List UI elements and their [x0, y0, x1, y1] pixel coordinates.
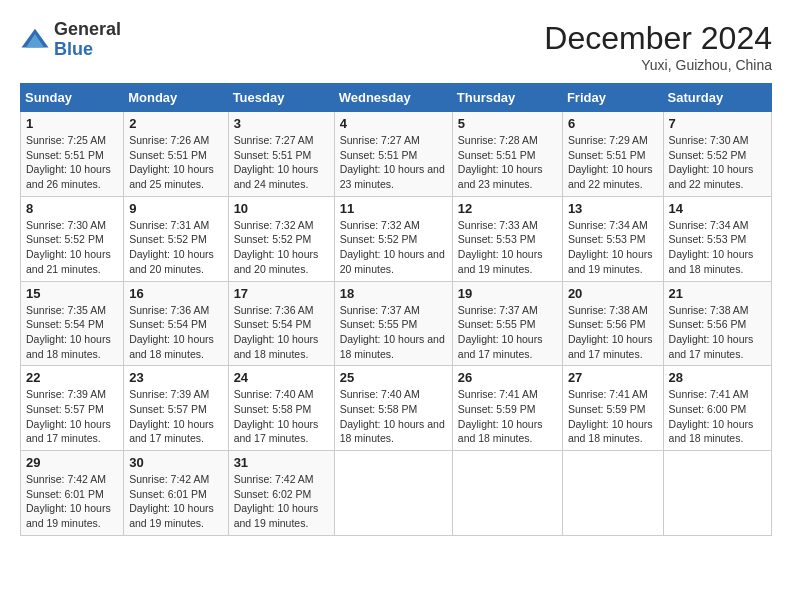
table-row: 15 Sunrise: 7:35 AM Sunset: 5:54 PM Dayl…: [21, 281, 124, 366]
day-number: 13: [568, 201, 658, 216]
day-number: 3: [234, 116, 329, 131]
table-row: 23 Sunrise: 7:39 AM Sunset: 5:57 PM Dayl…: [124, 366, 228, 451]
day-number: 1: [26, 116, 118, 131]
table-row: 30 Sunrise: 7:42 AM Sunset: 6:01 PM Dayl…: [124, 451, 228, 536]
day-number: 26: [458, 370, 557, 385]
day-info: Sunrise: 7:37 AM Sunset: 5:55 PM Dayligh…: [458, 303, 557, 362]
calendar-table: Sunday Monday Tuesday Wednesday Thursday…: [20, 83, 772, 536]
table-row: 6 Sunrise: 7:29 AM Sunset: 5:51 PM Dayli…: [562, 112, 663, 197]
col-friday: Friday: [562, 84, 663, 112]
title-block: December 2024 Yuxi, Guizhou, China: [544, 20, 772, 73]
calendar-week-row: 22 Sunrise: 7:39 AM Sunset: 5:57 PM Dayl…: [21, 366, 772, 451]
day-info: Sunrise: 7:31 AM Sunset: 5:52 PM Dayligh…: [129, 218, 222, 277]
day-number: 20: [568, 286, 658, 301]
col-thursday: Thursday: [452, 84, 562, 112]
day-info: Sunrise: 7:40 AM Sunset: 5:58 PM Dayligh…: [340, 387, 447, 446]
table-row: 20 Sunrise: 7:38 AM Sunset: 5:56 PM Dayl…: [562, 281, 663, 366]
table-row: 29 Sunrise: 7:42 AM Sunset: 6:01 PM Dayl…: [21, 451, 124, 536]
day-info: Sunrise: 7:27 AM Sunset: 5:51 PM Dayligh…: [234, 133, 329, 192]
day-info: Sunrise: 7:38 AM Sunset: 5:56 PM Dayligh…: [568, 303, 658, 362]
day-number: 23: [129, 370, 222, 385]
table-row: 26 Sunrise: 7:41 AM Sunset: 5:59 PM Dayl…: [452, 366, 562, 451]
day-info: Sunrise: 7:42 AM Sunset: 6:01 PM Dayligh…: [26, 472, 118, 531]
day-number: 22: [26, 370, 118, 385]
table-row: 8 Sunrise: 7:30 AM Sunset: 5:52 PM Dayli…: [21, 196, 124, 281]
day-info: Sunrise: 7:41 AM Sunset: 5:59 PM Dayligh…: [458, 387, 557, 446]
day-number: 25: [340, 370, 447, 385]
day-info: Sunrise: 7:36 AM Sunset: 5:54 PM Dayligh…: [234, 303, 329, 362]
table-row: 7 Sunrise: 7:30 AM Sunset: 5:52 PM Dayli…: [663, 112, 771, 197]
day-info: Sunrise: 7:27 AM Sunset: 5:51 PM Dayligh…: [340, 133, 447, 192]
day-number: 18: [340, 286, 447, 301]
table-row: 1 Sunrise: 7:25 AM Sunset: 5:51 PM Dayli…: [21, 112, 124, 197]
day-info: Sunrise: 7:41 AM Sunset: 5:59 PM Dayligh…: [568, 387, 658, 446]
table-row: 22 Sunrise: 7:39 AM Sunset: 5:57 PM Dayl…: [21, 366, 124, 451]
day-number: 31: [234, 455, 329, 470]
table-row: 19 Sunrise: 7:37 AM Sunset: 5:55 PM Dayl…: [452, 281, 562, 366]
table-row: 16 Sunrise: 7:36 AM Sunset: 5:54 PM Dayl…: [124, 281, 228, 366]
table-row: 21 Sunrise: 7:38 AM Sunset: 5:56 PM Dayl…: [663, 281, 771, 366]
day-info: Sunrise: 7:34 AM Sunset: 5:53 PM Dayligh…: [568, 218, 658, 277]
table-row: [562, 451, 663, 536]
table-row: [452, 451, 562, 536]
day-info: Sunrise: 7:40 AM Sunset: 5:58 PM Dayligh…: [234, 387, 329, 446]
day-info: Sunrise: 7:38 AM Sunset: 5:56 PM Dayligh…: [669, 303, 766, 362]
day-info: Sunrise: 7:42 AM Sunset: 6:01 PM Dayligh…: [129, 472, 222, 531]
table-row: 28 Sunrise: 7:41 AM Sunset: 6:00 PM Dayl…: [663, 366, 771, 451]
day-info: Sunrise: 7:32 AM Sunset: 5:52 PM Dayligh…: [234, 218, 329, 277]
table-row: 18 Sunrise: 7:37 AM Sunset: 5:55 PM Dayl…: [334, 281, 452, 366]
day-number: 6: [568, 116, 658, 131]
table-row: 14 Sunrise: 7:34 AM Sunset: 5:53 PM Dayl…: [663, 196, 771, 281]
location: Yuxi, Guizhou, China: [544, 57, 772, 73]
table-row: 12 Sunrise: 7:33 AM Sunset: 5:53 PM Dayl…: [452, 196, 562, 281]
day-number: 30: [129, 455, 222, 470]
table-row: 11 Sunrise: 7:32 AM Sunset: 5:52 PM Dayl…: [334, 196, 452, 281]
logo-text: General Blue: [54, 20, 121, 60]
day-number: 2: [129, 116, 222, 131]
calendar-week-row: 8 Sunrise: 7:30 AM Sunset: 5:52 PM Dayli…: [21, 196, 772, 281]
day-number: 19: [458, 286, 557, 301]
day-number: 9: [129, 201, 222, 216]
day-info: Sunrise: 7:30 AM Sunset: 5:52 PM Dayligh…: [669, 133, 766, 192]
col-wednesday: Wednesday: [334, 84, 452, 112]
day-info: Sunrise: 7:41 AM Sunset: 6:00 PM Dayligh…: [669, 387, 766, 446]
day-number: 17: [234, 286, 329, 301]
col-sunday: Sunday: [21, 84, 124, 112]
day-number: 12: [458, 201, 557, 216]
day-info: Sunrise: 7:34 AM Sunset: 5:53 PM Dayligh…: [669, 218, 766, 277]
day-info: Sunrise: 7:35 AM Sunset: 5:54 PM Dayligh…: [26, 303, 118, 362]
table-row: [663, 451, 771, 536]
table-row: 24 Sunrise: 7:40 AM Sunset: 5:58 PM Dayl…: [228, 366, 334, 451]
day-number: 4: [340, 116, 447, 131]
table-row: 2 Sunrise: 7:26 AM Sunset: 5:51 PM Dayli…: [124, 112, 228, 197]
day-info: Sunrise: 7:25 AM Sunset: 5:51 PM Dayligh…: [26, 133, 118, 192]
calendar-week-row: 15 Sunrise: 7:35 AM Sunset: 5:54 PM Dayl…: [21, 281, 772, 366]
table-row: 27 Sunrise: 7:41 AM Sunset: 5:59 PM Dayl…: [562, 366, 663, 451]
day-info: Sunrise: 7:33 AM Sunset: 5:53 PM Dayligh…: [458, 218, 557, 277]
table-row: 5 Sunrise: 7:28 AM Sunset: 5:51 PM Dayli…: [452, 112, 562, 197]
day-number: 16: [129, 286, 222, 301]
day-info: Sunrise: 7:30 AM Sunset: 5:52 PM Dayligh…: [26, 218, 118, 277]
table-row: 13 Sunrise: 7:34 AM Sunset: 5:53 PM Dayl…: [562, 196, 663, 281]
day-number: 10: [234, 201, 329, 216]
day-number: 11: [340, 201, 447, 216]
page-header: General Blue December 2024 Yuxi, Guizhou…: [20, 20, 772, 73]
day-info: Sunrise: 7:32 AM Sunset: 5:52 PM Dayligh…: [340, 218, 447, 277]
col-monday: Monday: [124, 84, 228, 112]
calendar-week-row: 29 Sunrise: 7:42 AM Sunset: 6:01 PM Dayl…: [21, 451, 772, 536]
day-number: 7: [669, 116, 766, 131]
day-info: Sunrise: 7:37 AM Sunset: 5:55 PM Dayligh…: [340, 303, 447, 362]
table-row: 17 Sunrise: 7:36 AM Sunset: 5:54 PM Dayl…: [228, 281, 334, 366]
day-number: 21: [669, 286, 766, 301]
col-tuesday: Tuesday: [228, 84, 334, 112]
table-row: 4 Sunrise: 7:27 AM Sunset: 5:51 PM Dayli…: [334, 112, 452, 197]
table-row: 31 Sunrise: 7:42 AM Sunset: 6:02 PM Dayl…: [228, 451, 334, 536]
day-number: 14: [669, 201, 766, 216]
day-info: Sunrise: 7:36 AM Sunset: 5:54 PM Dayligh…: [129, 303, 222, 362]
table-row: [334, 451, 452, 536]
table-row: 3 Sunrise: 7:27 AM Sunset: 5:51 PM Dayli…: [228, 112, 334, 197]
day-info: Sunrise: 7:39 AM Sunset: 5:57 PM Dayligh…: [26, 387, 118, 446]
day-number: 24: [234, 370, 329, 385]
day-number: 8: [26, 201, 118, 216]
table-row: 25 Sunrise: 7:40 AM Sunset: 5:58 PM Dayl…: [334, 366, 452, 451]
